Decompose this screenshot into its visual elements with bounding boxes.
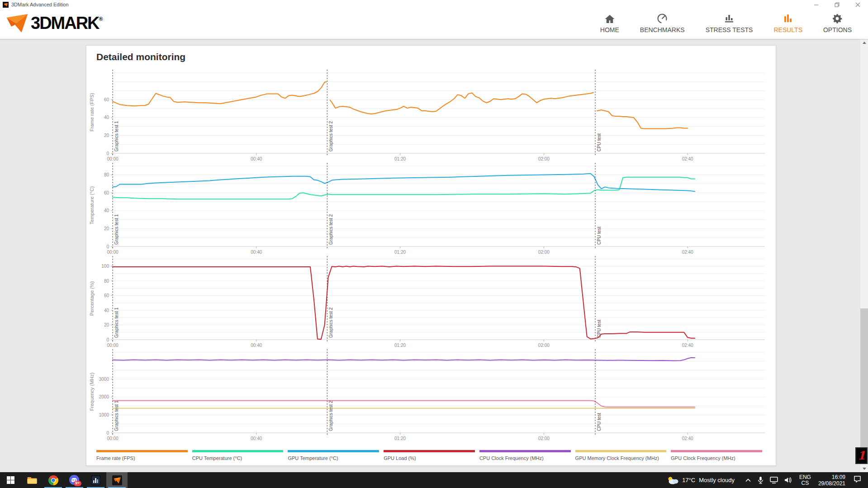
svg-text:Percentage (%): Percentage (%): [89, 281, 95, 316]
microphone-icon[interactable]: [758, 476, 764, 484]
legend-label: Frame rate (FPS): [96, 455, 188, 461]
gear-icon: [831, 12, 843, 24]
legend-color-bar: [384, 450, 475, 452]
scrollbar-thumb[interactable]: [860, 308, 868, 464]
svg-text:0: 0: [106, 431, 109, 436]
chrome-icon: [48, 475, 58, 485]
svg-text:20: 20: [104, 133, 109, 138]
svg-text:Graphics test 1: Graphics test 1: [114, 121, 119, 152]
close-button[interactable]: [847, 0, 868, 9]
results-bars-icon: [782, 12, 794, 24]
svg-text:00:00: 00:00: [107, 343, 118, 348]
action-center-icon[interactable]: [854, 475, 862, 485]
nav-home[interactable]: HOME: [600, 12, 619, 33]
svg-text:00:40: 00:40: [251, 436, 262, 441]
nav-stress-tests[interactable]: STRESS TESTS: [706, 12, 753, 33]
legend-item: GPU Memory Clock Frequency (MHz): [575, 450, 667, 461]
svg-text:01:20: 01:20: [394, 343, 406, 348]
volume-icon[interactable]: [784, 477, 792, 483]
frequency-chart: 010002000300000:0000:4001:2002:0002:40Fr…: [86, 348, 777, 441]
taskbar-chrome[interactable]: [43, 472, 64, 488]
panel-title: Detailed monitoring: [96, 52, 185, 62]
taskbar: 9+: [0, 472, 868, 488]
clock-date: 29/08/2021: [818, 480, 845, 487]
nav-results[interactable]: RESULTS: [773, 12, 802, 33]
frame-rate-chart: 020406000:0000:4001:2002:0002:40Frame ra…: [86, 68, 777, 161]
tray-chevron-up-icon[interactable]: [745, 478, 751, 482]
svg-text:02:00: 02:00: [538, 436, 550, 441]
clock-time: 16:09: [818, 474, 845, 480]
taskbar-file-explorer[interactable]: [21, 472, 43, 488]
legend-label: GPU Clock Frequency (MHz): [671, 455, 762, 461]
svg-text:02:00: 02:00: [538, 343, 550, 348]
legend-color-bar: [671, 450, 762, 452]
svg-text:01:20: 01:20: [394, 436, 406, 441]
svg-text:02:40: 02:40: [682, 436, 693, 441]
nav-label: STRESS TESTS: [706, 26, 753, 33]
svg-text:Graphics test 1: Graphics test 1: [114, 214, 119, 245]
svg-text:02:40: 02:40: [682, 156, 693, 161]
brand-text: 3DMARK®: [31, 14, 103, 33]
svg-text:CPU test: CPU test: [597, 133, 602, 152]
svg-text:1000: 1000: [99, 412, 109, 417]
app-icon: [3, 2, 9, 8]
svg-text:02:40: 02:40: [682, 343, 693, 348]
legend-item: CPU Clock Frequency (MHz): [479, 450, 571, 461]
svg-text:00:00: 00:00: [107, 156, 118, 161]
restore-button[interactable]: [826, 0, 847, 9]
language-secondary: CS: [799, 480, 811, 486]
language-indicator[interactable]: ENG CS: [799, 474, 811, 486]
svg-text:00:00: 00:00: [107, 250, 118, 255]
weather-temperature: 17°C: [682, 477, 695, 483]
svg-text:20: 20: [104, 322, 109, 327]
start-button[interactable]: [0, 472, 21, 488]
svg-text:Temperature (°C): Temperature (°C): [89, 186, 95, 224]
svg-text:02:00: 02:00: [538, 250, 550, 255]
3dmark-taskbar-icon: [112, 475, 122, 485]
scroll-down-arrow[interactable]: [860, 465, 868, 472]
legend-label: CPU Clock Frequency (MHz): [479, 455, 571, 461]
svg-text:Graphics test 2: Graphics test 2: [328, 400, 333, 431]
taskbar-3dmark[interactable]: [106, 472, 128, 488]
svg-text:02:00: 02:00: [538, 156, 550, 161]
svg-text:Graphics test 2: Graphics test 2: [328, 307, 333, 338]
network-icon[interactable]: [770, 477, 778, 484]
svg-text:0: 0: [106, 337, 109, 342]
gauge-icon: [656, 12, 668, 24]
scroll-up-arrow[interactable]: [860, 39, 868, 46]
nav-label: BENCHMARKS: [640, 26, 685, 33]
svg-text:CPU test: CPU test: [597, 320, 602, 338]
legend-item: GPU Load (%): [384, 450, 475, 461]
discord-notification-badge: 9+: [74, 481, 81, 486]
language-primary: ENG: [799, 474, 811, 480]
legend-label: GPU Memory Clock Frequency (MHz): [575, 455, 667, 461]
taskbar-apps: 9+: [0, 472, 128, 488]
svg-text:00:40: 00:40: [251, 156, 262, 161]
legend-color-bar: [479, 450, 571, 452]
app-header: 3DMARK® HOME BENCHMARKS: [0, 9, 868, 39]
svg-text:0: 0: [106, 244, 109, 249]
svg-text:60: 60: [104, 97, 109, 102]
nav-benchmarks[interactable]: BENCHMARKS: [640, 12, 685, 33]
legend: Frame rate (FPS)CPU Temperature (°C)GPU …: [96, 450, 762, 461]
svg-text:60: 60: [104, 293, 109, 298]
taskbar-discord[interactable]: 9+: [64, 472, 85, 488]
percentage-chart: 02040608010000:0000:4001:2002:0002:40Per…: [86, 255, 777, 348]
svg-text:2000: 2000: [99, 394, 109, 399]
3dmark-logo: 3DMARK®: [5, 9, 103, 37]
svg-text:00:40: 00:40: [251, 343, 262, 348]
clock-widget[interactable]: 16:09 29/08/2021: [818, 474, 845, 487]
window-title: 3DMark Advanced Edition: [11, 2, 69, 7]
minimize-button[interactable]: [806, 0, 826, 9]
svg-text:Frame rate (FPS): Frame rate (FPS): [89, 93, 95, 132]
taskbar-benchmark-app[interactable]: [85, 472, 106, 488]
nav-options[interactable]: OPTIONS: [823, 12, 852, 33]
svg-text:01:20: 01:20: [394, 156, 406, 161]
vertical-scrollbar[interactable]: [860, 39, 868, 472]
weather-widget[interactable]: 17°C Mostly cloudy: [667, 476, 735, 484]
svg-text:CPU test: CPU test: [597, 227, 602, 245]
overlay-tool-badge[interactable]: 1: [855, 447, 868, 464]
windows-logo-icon: [7, 476, 14, 484]
svg-text:40: 40: [104, 208, 109, 213]
legend-color-bar: [96, 450, 188, 452]
